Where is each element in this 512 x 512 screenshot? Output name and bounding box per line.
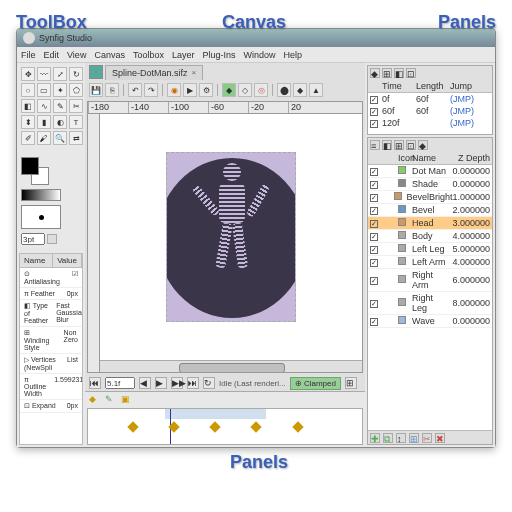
ly-header-zdepth[interactable]: Z Depth bbox=[450, 153, 490, 163]
tool-smooth[interactable]: 〰 bbox=[37, 67, 51, 81]
layer-row[interactable]: Head3.000000 bbox=[368, 217, 492, 230]
mode2-button[interactable]: ◇ bbox=[238, 83, 252, 97]
tool-fill[interactable]: ▮ bbox=[37, 115, 51, 129]
sb-last-button[interactable]: ⏭ bbox=[187, 377, 199, 389]
kf-panel-icon1[interactable]: ◆ bbox=[370, 68, 380, 78]
tool-draw[interactable]: ✎ bbox=[53, 99, 67, 113]
brush-size-stepper[interactable] bbox=[47, 234, 57, 244]
tool-spline[interactable]: ∿ bbox=[37, 99, 51, 113]
layer-row[interactable]: Bevel2.000000 bbox=[368, 204, 492, 217]
tool-rect[interactable]: ▭ bbox=[37, 83, 51, 97]
sb-first-button[interactable]: ⏮ bbox=[89, 377, 101, 389]
del-layer-button[interactable]: ✖ bbox=[435, 433, 445, 443]
tool-rotate[interactable]: ↻ bbox=[69, 67, 83, 81]
move-layer-button[interactable]: ↕ bbox=[396, 433, 406, 443]
ly-header-name[interactable]: Name bbox=[412, 153, 450, 163]
layer-row[interactable]: Right Leg8.000000 bbox=[368, 292, 492, 315]
layer-row[interactable]: Dot Man0.000000 bbox=[368, 165, 492, 178]
tool-zoom[interactable]: 🔍 bbox=[53, 131, 67, 145]
keyframe-row[interactable]: 0f60f(JMP) bbox=[368, 93, 492, 105]
canvas-viewport[interactable] bbox=[100, 114, 362, 360]
close-icon[interactable]: × bbox=[192, 68, 197, 77]
tool-text[interactable]: T bbox=[69, 115, 83, 129]
keyframe-row[interactable]: 120f(JMP) bbox=[368, 117, 492, 129]
gradient-preview[interactable] bbox=[21, 189, 61, 201]
tool-brush[interactable]: 🖌 bbox=[37, 131, 51, 145]
kf-panel-icon2[interactable]: ⊞ bbox=[382, 68, 392, 78]
kf-panel-icon3[interactable]: ◧ bbox=[394, 68, 404, 78]
property-row[interactable]: ▷ Vertices (NewSpliList bbox=[20, 354, 82, 374]
property-row[interactable]: π Feather0px bbox=[20, 288, 82, 300]
save-button[interactable]: 💾 bbox=[89, 83, 103, 97]
tool-width[interactable]: ⬍ bbox=[21, 115, 35, 129]
ly-panel-icon4[interactable]: ⊡ bbox=[406, 140, 416, 150]
kf-header-check[interactable] bbox=[370, 81, 382, 91]
redo-button[interactable]: ↷ bbox=[144, 83, 158, 97]
handle1-button[interactable]: ⬤ bbox=[277, 83, 291, 97]
ly-header-icon[interactable]: Icon bbox=[398, 153, 412, 163]
tl-icon1[interactable]: ◆ bbox=[89, 394, 99, 404]
keyframe-marker[interactable] bbox=[292, 421, 303, 432]
menu-view[interactable]: View bbox=[67, 50, 86, 60]
tool-polygon[interactable]: ⬠ bbox=[69, 83, 83, 97]
layer-row[interactable]: Shade0.000000 bbox=[368, 178, 492, 191]
property-row[interactable]: ⊡ Expand0px bbox=[20, 400, 82, 413]
tl-icon3[interactable]: ▣ bbox=[121, 394, 131, 404]
foreground-color[interactable] bbox=[21, 157, 39, 175]
ly-panel-icon1[interactable]: ≡ bbox=[370, 140, 380, 150]
undo-button[interactable]: ↶ bbox=[128, 83, 142, 97]
dup-layer-button[interactable]: ⧉ bbox=[383, 433, 393, 443]
handle2-button[interactable]: ◆ bbox=[293, 83, 307, 97]
handle3-button[interactable]: ▲ bbox=[309, 83, 323, 97]
tool-circle[interactable]: ○ bbox=[21, 83, 35, 97]
menu-toolbox[interactable]: Toolbox bbox=[133, 50, 164, 60]
saveas-button[interactable]: ⎘ bbox=[105, 83, 119, 97]
brush-size-input[interactable] bbox=[21, 233, 45, 245]
kf-header-time[interactable]: Time bbox=[382, 81, 416, 91]
tool-mirror[interactable]: ⇄ bbox=[69, 131, 83, 145]
tool-eyedrop[interactable]: ◐ bbox=[53, 115, 67, 129]
layer-row[interactable]: Body4.000000 bbox=[368, 230, 492, 243]
layer-row[interactable]: Left Arm4.000000 bbox=[368, 256, 492, 269]
sb-next-button[interactable]: ▶▶ bbox=[171, 377, 183, 389]
menu-file[interactable]: File bbox=[21, 50, 36, 60]
group-layer-button[interactable]: ⊞ bbox=[409, 433, 419, 443]
options-button[interactable]: ⚙ bbox=[199, 83, 213, 97]
keyframe-row[interactable]: 60f60f(JMP) bbox=[368, 105, 492, 117]
ly-panel-icon2[interactable]: ◧ bbox=[382, 140, 392, 150]
layer-row[interactable]: Left Leg5.000000 bbox=[368, 243, 492, 256]
timeline-track[interactable] bbox=[87, 408, 363, 445]
tool-transform[interactable]: ✥ bbox=[21, 67, 35, 81]
scrollbar-horizontal[interactable] bbox=[100, 360, 362, 372]
kf-panel-icon4[interactable]: ⊡ bbox=[406, 68, 416, 78]
mode1-button[interactable]: ◆ bbox=[222, 83, 236, 97]
preview-button[interactable]: ▶ bbox=[183, 83, 197, 97]
property-row[interactable]: ⊞ Winding StyleNon Zero bbox=[20, 327, 82, 354]
sb-extra-button[interactable]: ⊞ bbox=[345, 377, 357, 389]
property-row[interactable]: π Outline Width1.599231px bbox=[20, 374, 82, 400]
document-tab[interactable]: Spline-DotMan.sifz × bbox=[105, 65, 203, 80]
tool-gradient[interactable]: ◧ bbox=[21, 99, 35, 113]
props-header-value[interactable]: Value bbox=[53, 254, 82, 267]
tool-star[interactable]: ✦ bbox=[53, 83, 67, 97]
menu-edit[interactable]: Edit bbox=[44, 50, 60, 60]
menu-plugins[interactable]: Plug-Ins bbox=[202, 50, 235, 60]
keyframe-marker[interactable] bbox=[251, 421, 262, 432]
kf-header-jump[interactable]: Jump bbox=[450, 81, 490, 91]
layer-row[interactable]: BevelBright1.000000 bbox=[368, 191, 492, 204]
kf-header-length[interactable]: Length bbox=[416, 81, 450, 91]
onion-button[interactable]: ◎ bbox=[254, 83, 268, 97]
canvas-icon[interactable] bbox=[89, 65, 103, 79]
frame-input[interactable] bbox=[105, 377, 135, 389]
sb-prev-button[interactable]: ◀ bbox=[139, 377, 151, 389]
props-header-name[interactable]: Name bbox=[20, 254, 53, 267]
menu-canvas[interactable]: Canvas bbox=[94, 50, 125, 60]
cut-layer-button[interactable]: ✂ bbox=[422, 433, 432, 443]
tool-cut[interactable]: ✂ bbox=[69, 99, 83, 113]
sb-loop-button[interactable]: ↻ bbox=[203, 377, 215, 389]
clamp-indicator[interactable]: ⊕ Clamped bbox=[290, 377, 341, 390]
tool-scale[interactable]: ⤢ bbox=[53, 67, 67, 81]
property-row[interactable]: ⊙ Antialiasing☑ bbox=[20, 268, 82, 288]
menu-help[interactable]: Help bbox=[284, 50, 303, 60]
menu-layer[interactable]: Layer bbox=[172, 50, 195, 60]
